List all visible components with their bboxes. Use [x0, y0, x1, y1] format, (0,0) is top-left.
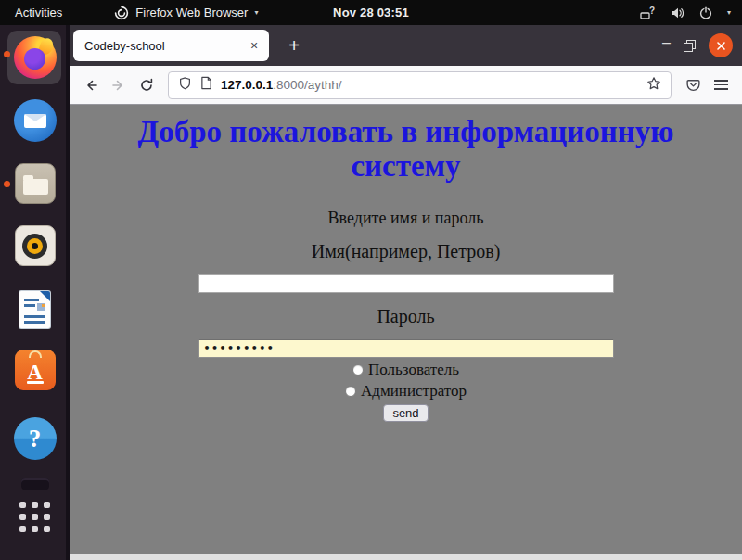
dock-item-files[interactable]	[0, 163, 70, 204]
network-status-icon: ?	[640, 6, 656, 20]
send-button[interactable]: send	[383, 404, 428, 422]
close-button[interactable]	[709, 33, 733, 57]
firefox-window: Codeby-school × + –	[70, 25, 742, 560]
clock[interactable]: Nov 28 03:51	[333, 6, 409, 19]
help-icon: ?	[14, 417, 57, 460]
name-input[interactable]	[198, 274, 614, 293]
url-path: :8000/aythh/	[273, 78, 341, 92]
dock-item-firefox[interactable]	[0, 36, 70, 79]
files-icon	[15, 163, 56, 204]
forward-button[interactable]	[105, 71, 133, 99]
pocket-icon[interactable]	[679, 71, 707, 99]
radio-button[interactable]	[352, 364, 364, 375]
system-tray[interactable]: ? ▾	[640, 0, 742, 25]
window-bottom-edge	[70, 554, 742, 560]
app-menu-button[interactable]: Firefox Web Browser ▾	[114, 0, 258, 25]
menu-icon[interactable]	[707, 71, 735, 99]
radio-option-admin[interactable]: Администратор	[70, 383, 742, 401]
window-controls: –	[662, 33, 742, 57]
reload-button[interactable]	[133, 71, 160, 99]
navigation-toolbar: 127.0.0.1:8000/aythh/	[70, 66, 742, 105]
tab-close-icon[interactable]: ×	[245, 36, 263, 55]
name-label: Имя(например, Петров)	[70, 241, 742, 262]
radio-label-admin: Администратор	[361, 382, 467, 401]
shield-icon[interactable]	[178, 76, 192, 95]
trash-icon	[21, 478, 49, 490]
url-host: 127.0.0.1	[221, 78, 273, 92]
app-menu-label: Firefox Web Browser	[135, 6, 248, 19]
url-text[interactable]: 127.0.0.1:8000/aythh/	[221, 78, 638, 92]
password-input[interactable]	[198, 339, 614, 358]
dock-item-app-grid[interactable]	[0, 502, 70, 532]
tab-title: Codeby-school	[84, 39, 245, 53]
rhythmbox-icon	[15, 225, 56, 266]
back-button[interactable]	[77, 71, 105, 99]
web-page-content: Добро пожаловать в информационную систем…	[70, 105, 742, 554]
svg-text:?: ?	[649, 6, 655, 16]
password-label: Пароль	[70, 306, 742, 327]
page-title: Добро пожаловать в информационную систем…	[137, 115, 675, 184]
running-indicator	[4, 181, 10, 187]
volume-icon	[670, 6, 684, 20]
bookmark-star-icon[interactable]	[646, 76, 661, 95]
radio-button[interactable]	[345, 386, 356, 397]
thunderbird-icon	[14, 99, 57, 142]
firefox-mono-icon	[114, 6, 129, 20]
system-top-bar: Activities Firefox Web Browser ▾ Nov 28 …	[0, 0, 742, 25]
new-tab-button[interactable]: +	[280, 32, 308, 59]
running-indicator	[4, 51, 10, 57]
restore-button[interactable]	[684, 40, 696, 52]
dock-item-libreoffice-writer[interactable]	[0, 291, 70, 328]
tab-codeby-school[interactable]: Codeby-school ×	[73, 30, 269, 61]
app-grid-icon	[19, 502, 50, 532]
minimize-button[interactable]: –	[662, 38, 671, 53]
tab-bar: Codeby-school × + –	[70, 25, 742, 66]
chevron-down-icon: ▾	[727, 8, 731, 17]
dock-item-trash[interactable]	[0, 478, 70, 490]
libreoffice-writer-icon	[19, 291, 50, 328]
ubuntu-software-icon: A	[15, 350, 56, 390]
firefox-icon	[14, 36, 57, 79]
page-info-icon[interactable]	[200, 76, 212, 94]
activities-button[interactable]: Activities	[0, 0, 77, 25]
address-bar[interactable]: 127.0.0.1:8000/aythh/	[168, 71, 672, 99]
chevron-down-icon: ▾	[254, 8, 258, 17]
power-icon	[698, 6, 713, 20]
dock-item-ubuntu-software[interactable]: A	[0, 350, 70, 390]
dock-item-help[interactable]: ?	[0, 417, 70, 460]
login-instruction: Введите имя и пароль	[70, 209, 742, 228]
dock-item-thunderbird[interactable]	[0, 99, 70, 142]
radio-label-user: Пользователь	[368, 361, 459, 379]
radio-option-user[interactable]: Пользователь	[70, 362, 742, 379]
dock-item-rhythmbox[interactable]	[0, 225, 70, 266]
ubuntu-dock: A ?	[0, 25, 70, 560]
